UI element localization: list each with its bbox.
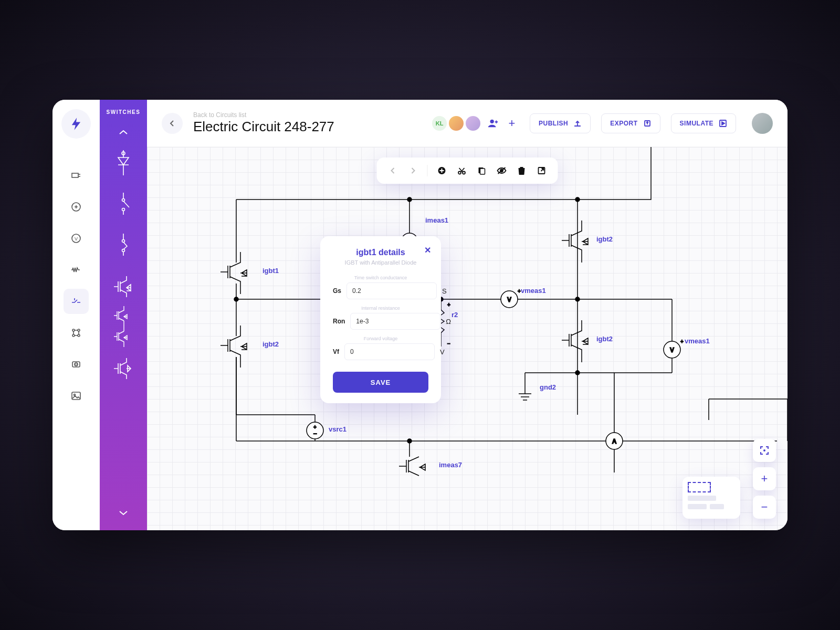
popup-field-vf: Forward voltage Vf V [333, 336, 428, 360]
popup-save-button[interactable]: SAVE [333, 372, 428, 393]
sidebar-sources-icon[interactable] [64, 163, 89, 188]
svg-point-4 [72, 329, 75, 331]
palette-item-thyristor[interactable] [108, 144, 139, 181]
app-window: V M SWITCHES [52, 100, 788, 530]
popup-close-button[interactable]: ✕ [421, 244, 434, 256]
palette-item-igbt-bridge[interactable] [108, 308, 139, 345]
field-symbol: Gs [333, 287, 341, 295]
add-node-button[interactable] [433, 162, 451, 180]
copy-button[interactable] [473, 162, 491, 180]
floating-toolbar [377, 158, 558, 184]
label-igbt2-rb: igbt2 [596, 335, 613, 343]
sidebar-motors-icon[interactable]: M [64, 352, 89, 377]
main-area: Back to Circuits list Electric Circuit 2… [147, 100, 788, 530]
sidebar-meters-icon[interactable]: V [64, 226, 89, 251]
palette-item-open-switch[interactable] [108, 185, 139, 222]
publish-button[interactable]: PUBLISH [530, 113, 591, 133]
cut-button[interactable] [453, 162, 471, 180]
svg-text:A: A [612, 438, 617, 445]
delete-button[interactable] [513, 162, 531, 180]
avatar-user-2[interactable] [465, 115, 481, 132]
palette-scroll-down[interactable] [113, 506, 134, 520]
svg-rect-11 [72, 392, 80, 400]
svg-point-15 [122, 208, 125, 211]
add-button[interactable]: + [505, 116, 519, 131]
field-symbol: Vf [333, 348, 339, 355]
simulate-label: SIMULATE [680, 120, 713, 127]
minimap-viewport[interactable] [688, 482, 711, 492]
field-input-ron[interactable] [350, 313, 440, 330]
label-r2: r2 [452, 311, 458, 319]
profile-avatar[interactable] [752, 113, 773, 134]
field-hint: Internal resistance [333, 306, 428, 311]
avatar-kl[interactable]: KL [431, 115, 448, 132]
simulate-button[interactable]: SIMULATE [671, 113, 736, 133]
lightning-icon [69, 117, 83, 131]
field-hint: Time switch conductance [333, 275, 428, 280]
breadcrumb[interactable]: Back to Circuits list [193, 111, 334, 119]
label-gnd2-right: gnd2 [540, 383, 556, 391]
svg-point-39 [501, 291, 518, 308]
redo-button[interactable] [404, 162, 422, 180]
svg-text:+: + [680, 339, 684, 344]
svg-point-36 [575, 197, 580, 202]
share-icon [643, 119, 652, 128]
export-button[interactable]: EXPORT [601, 113, 660, 133]
svg-text:−: − [313, 430, 317, 437]
svg-point-52 [763, 449, 765, 452]
label-vmeas1-right: vmeas1 [685, 337, 710, 345]
svg-text:V: V [670, 346, 674, 354]
svg-text:V: V [507, 296, 511, 303]
publish-label: PUBLISH [539, 120, 568, 127]
collaborators: KL + [435, 115, 519, 132]
app-logo[interactable] [61, 109, 91, 139]
hide-button[interactable] [493, 162, 511, 180]
svg-text:+: + [447, 302, 450, 308]
page-title: Electric Circuit 248-277 [193, 119, 334, 135]
label-igbt1: igbt1 [262, 267, 279, 275]
export-label: EXPORT [610, 120, 637, 127]
zoom-controls: + − [753, 439, 776, 519]
palette-item-closed-switch[interactable] [108, 226, 139, 263]
palette-item-igbt[interactable] [108, 267, 139, 304]
back-button[interactable] [162, 113, 183, 134]
field-input-gs[interactable] [346, 282, 437, 299]
svg-point-37 [575, 297, 580, 301]
label-imeas1: imeas1 [425, 216, 448, 224]
header: Back to Circuits list Electric Circuit 2… [147, 100, 788, 147]
sidebar-passives-icon[interactable] [64, 257, 89, 282]
svg-point-14 [122, 199, 125, 202]
svg-point-28 [234, 297, 238, 301]
undo-button[interactable] [384, 162, 402, 180]
field-symbol: Ron [333, 318, 345, 325]
circuit-canvas[interactable]: A + − [147, 147, 788, 530]
upload-icon [573, 119, 582, 128]
add-collaborator-icon[interactable] [486, 116, 500, 131]
component-detail-popup: ✕ igbt1 details IGBT with Antiparallel D… [320, 236, 441, 403]
open-external-button[interactable] [533, 162, 551, 180]
field-unit: Ω [446, 318, 451, 326]
sidebar-switches-icon[interactable] [64, 289, 89, 314]
palette-item-igbt-diode[interactable] [108, 349, 139, 386]
label-igbt2-left: igbt2 [262, 340, 279, 348]
zoom-in-button[interactable]: + [753, 467, 776, 490]
zoom-fit-button[interactable] [753, 439, 776, 462]
palette-title: SWITCHES [107, 109, 141, 115]
minimap[interactable] [682, 477, 740, 519]
component-palette: SWITCHES [100, 100, 147, 530]
svg-point-38 [575, 371, 580, 375]
sidebar-connectors-icon[interactable] [64, 320, 89, 345]
svg-point-42 [664, 341, 680, 358]
title-block: Back to Circuits list Electric Circuit 2… [193, 111, 334, 135]
svg-text:+: + [313, 424, 317, 430]
sidebar-generators-icon[interactable] [64, 194, 89, 219]
svg-point-31 [407, 197, 412, 202]
palette-scroll-up[interactable] [113, 125, 134, 139]
iconbar: V M [52, 100, 100, 530]
svg-point-17 [122, 249, 125, 252]
avatar-user-1[interactable] [448, 115, 465, 132]
sidebar-images-icon[interactable] [64, 383, 89, 408]
field-unit: V [440, 348, 445, 356]
field-input-vf[interactable] [344, 343, 435, 360]
zoom-out-button[interactable]: − [753, 496, 776, 519]
